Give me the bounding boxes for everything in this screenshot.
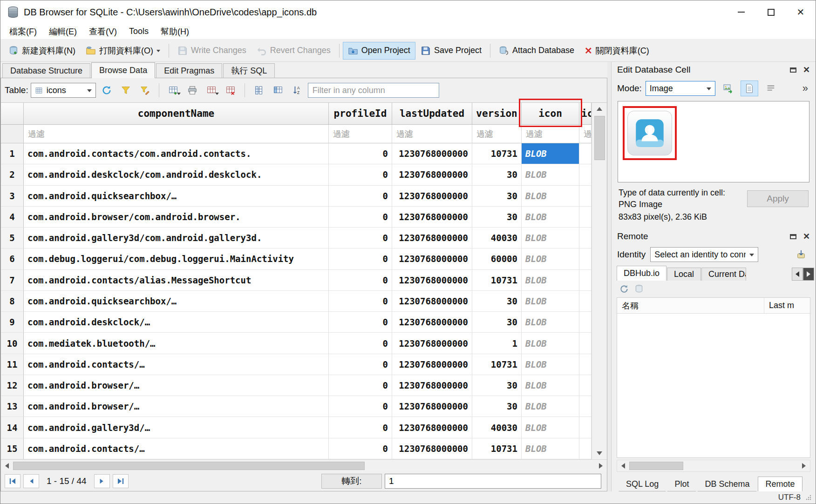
table-row[interactable]: 10 com.mediatek.bluetooth/… 0 1230768000… [1,333,592,354]
scroll-right-button[interactable] [798,460,810,471]
close-button[interactable]: ✕ [786,0,816,24]
cell-icon[interactable]: BLOB [522,438,579,459]
horizontal-scrollbar-thumb[interactable] [629,462,683,470]
filter-any-column-input[interactable] [308,83,439,98]
cell-extra[interactable] [579,396,592,417]
table-row[interactable]: 6 com.debug.loggerui/com.debug.loggerui.… [1,249,592,269]
cell-extra[interactable] [579,291,592,312]
row-number[interactable]: 14 [1,417,24,438]
cell-version[interactable]: 30 [472,375,522,396]
filter-partial[interactable]: 過濾 [579,125,592,143]
cell-profileId[interactable]: 0 [329,270,392,291]
remote-refresh-icon[interactable] [619,284,629,294]
column-header-partial[interactable]: ic [579,103,592,125]
table-row[interactable]: 7 com.android.contacts/alias.MessageShor… [1,270,592,291]
row-number[interactable]: 15 [1,438,24,459]
dock-tab-db-schema[interactable]: DB Schema [697,477,757,491]
row-number[interactable]: 3 [1,186,24,207]
cell-lastUpdated[interactable]: 1230768000000 [392,417,472,438]
cell-componentName[interactable]: com.android.browser/… [24,396,329,417]
cell-version[interactable]: 10731 [472,143,522,164]
tab-browse-data[interactable]: Browse Data [91,62,155,78]
tab-scroll-left-button[interactable] [792,268,803,281]
table-row[interactable]: 3 com.android.quicksearchbox/… 0 1230768… [1,186,592,207]
cell-version[interactable]: 60000 [472,249,522,269]
cell-profileId[interactable]: 0 [329,438,392,459]
cell-icon[interactable]: BLOB [522,186,579,207]
table-row[interactable]: 9 com.android.deskclock/… 0 123076800000… [1,312,592,333]
remote-column-last-modified[interactable]: Last m [764,298,810,313]
goto-record-input[interactable] [385,474,601,489]
close-dock-icon[interactable]: ✕ [803,65,810,75]
row-number[interactable]: 10 [1,333,24,354]
open-database-button[interactable]: 打開資料庫(O) [81,42,165,60]
import-data-button[interactable] [719,81,737,96]
cell-profileId[interactable]: 0 [329,164,392,185]
remote-horizontal-scrollbar[interactable] [617,460,810,472]
table-row[interactable]: 14 com.android.gallery3d/… 0 12307680000… [1,417,592,438]
save-project-button[interactable]: Save Project [415,42,487,60]
sort-az-button[interactable]: AZ [289,82,306,99]
freeze-columns-button[interactable] [270,82,286,99]
cell-componentName[interactable]: com.android.quicksearchbox/… [24,291,329,312]
menu-tools[interactable]: Tools [123,25,155,38]
table-row[interactable]: 13 com.android.browser/… 0 1230768000000… [1,396,592,417]
scroll-up-button[interactable] [592,103,607,115]
cell-extra[interactable] [579,207,592,228]
cell-profileId[interactable]: 0 [329,396,392,417]
insert-column-button[interactable] [251,82,267,99]
cell-extra[interactable] [579,270,592,291]
cell-icon[interactable]: BLOB [522,249,579,269]
cell-lastUpdated[interactable]: 1230768000000 [392,291,472,312]
cell-profileId[interactable]: 0 [329,228,392,249]
remote-column-name[interactable]: 名稱 [617,298,764,313]
cell-componentName[interactable]: com.debug.loggerui/com.debug.loggerui.Ma… [24,249,329,269]
cell-icon[interactable]: BLOB [522,228,579,249]
cell-componentName[interactable]: com.android.gallery3d/com.android.galler… [24,228,329,249]
first-page-button[interactable] [5,474,20,488]
cell-extra[interactable] [579,164,592,185]
remote-tab-current-database[interactable]: Current Dat [701,268,746,281]
cell-version[interactable]: 10731 [472,354,522,375]
last-page-button[interactable] [113,474,129,488]
cell-icon[interactable]: BLOB [522,164,579,185]
goto-button[interactable]: 轉到: [321,474,382,489]
filter-lastUpdated[interactable]: 過濾 [392,125,472,143]
cell-extra[interactable] [579,312,592,333]
cell-componentName[interactable]: com.android.deskclock/com.android.deskcl… [24,164,329,185]
cell-extra[interactable] [579,375,592,396]
close-dock-icon[interactable]: ✕ [803,231,810,242]
cell-icon[interactable]: BLOB [522,333,579,354]
cell-version[interactable]: 10731 [472,270,522,291]
cell-extra[interactable] [579,249,592,269]
scroll-down-button[interactable] [592,447,607,459]
column-header-lastUpdated[interactable]: lastUpdated [392,103,472,125]
column-header-icon[interactable]: icon [522,103,579,125]
cell-lastUpdated[interactable]: 1230768000000 [392,396,472,417]
pane-splitter[interactable] [607,62,611,491]
filter-version[interactable]: 過濾 [472,125,522,143]
row-number[interactable]: 12 [1,375,24,396]
cell-lastUpdated[interactable]: 1230768000000 [392,270,472,291]
new-record-button[interactable] [203,82,220,99]
attach-database-button[interactable]: Attach Database [494,42,579,60]
cell-lastUpdated[interactable]: 1230768000000 [392,207,472,228]
cell-componentName[interactable]: com.mediatek.bluetooth/… [24,333,329,354]
cell-version[interactable]: 30 [472,207,522,228]
float-dock-icon[interactable] [790,67,796,73]
row-number[interactable]: 1 [1,143,24,164]
cell-extra[interactable] [579,438,592,459]
resize-grip-icon[interactable] [805,494,812,501]
menu-view[interactable]: 查看(V) [83,24,123,39]
cell-componentName[interactable]: com.android.contacts/… [24,438,329,459]
scroll-left-button[interactable] [1,460,13,471]
cell-icon[interactable]: BLOB [522,312,579,333]
cell-extra[interactable] [579,186,592,207]
cell-componentName[interactable]: com.android.browser/com.android.browser. [24,207,329,228]
maximize-button[interactable] [756,0,786,24]
cell-profileId[interactable]: 0 [329,186,392,207]
table-row[interactable]: 4 com.android.browser/com.android.browse… [1,207,592,228]
column-header-componentName[interactable]: componentName [24,103,329,125]
row-number[interactable]: 2 [1,164,24,185]
cell-icon[interactable]: BLOB [522,396,579,417]
